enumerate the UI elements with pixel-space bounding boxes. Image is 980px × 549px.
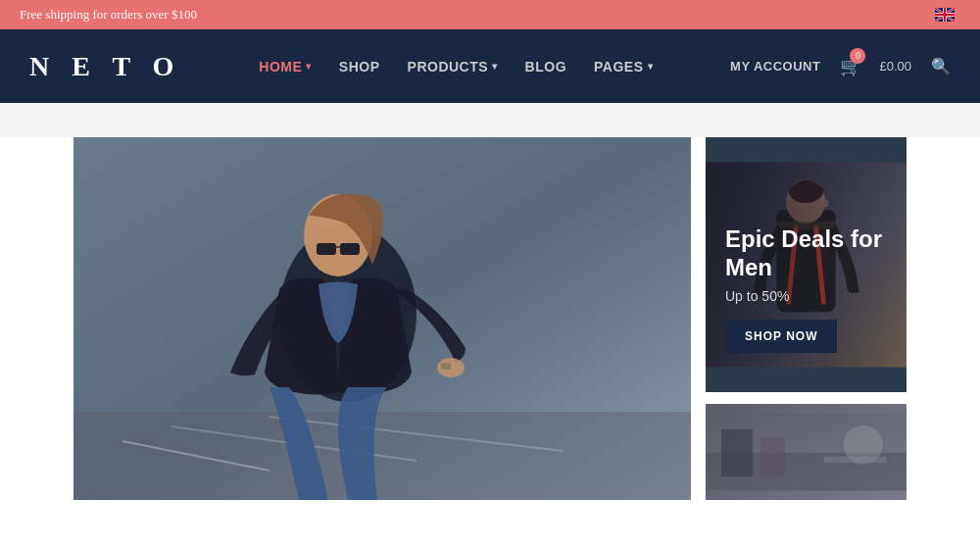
- panel-overlay: Epic Deals for Men Up to 50% SHOP NOW: [725, 225, 906, 353]
- panel-title: Epic Deals for Men: [725, 225, 906, 282]
- chevron-down-icon: ▾: [306, 61, 312, 72]
- right-panels: Epic Deals for Men Up to 50% SHOP NOW: [706, 137, 906, 500]
- hero-image-bg: [74, 137, 691, 500]
- search-icon[interactable]: 🔍: [931, 57, 951, 75]
- header: N E T O HOME ▾ SHOP PRODUCTS ▾ BLOG PAGE…: [0, 29, 980, 103]
- chevron-down-icon: ▾: [648, 61, 654, 72]
- nav-item-shop[interactable]: SHOP: [339, 59, 380, 75]
- chevron-down-icon: ▾: [492, 61, 498, 72]
- nav-item-products[interactable]: PRODUCTS ▾: [408, 59, 498, 75]
- cart-badge: 0: [850, 48, 865, 64]
- shop-now-button[interactable]: SHOP NOW: [725, 320, 837, 353]
- nav-item-blog[interactable]: BLOG: [525, 59, 566, 75]
- nav-item-pages[interactable]: PAGES ▾: [594, 59, 653, 75]
- hero-svg: [74, 137, 691, 500]
- my-account-link[interactable]: MY ACCOUNT: [730, 59, 820, 74]
- cart-price: £0.00: [879, 59, 911, 74]
- svg-rect-9: [340, 243, 360, 255]
- svg-rect-24: [760, 437, 784, 476]
- svg-rect-12: [441, 363, 451, 370]
- panel-subtitle: Up to 50%: [725, 288, 906, 304]
- hero-image: [74, 137, 691, 500]
- cart-button[interactable]: 🛒 0 £0.00: [840, 56, 911, 77]
- panel-bottom-bg: [706, 404, 906, 500]
- flag-icon: [935, 8, 955, 22]
- spacer: [0, 103, 980, 137]
- main-content: Epic Deals for Men Up to 50% SHOP NOW: [0, 137, 980, 500]
- panel-top: Epic Deals for Men Up to 50% SHOP NOW: [706, 137, 906, 392]
- svg-rect-8: [317, 243, 336, 255]
- svg-rect-26: [824, 457, 887, 463]
- main-nav: HOME ▾ SHOP PRODUCTS ▾ BLOG PAGES ▾: [259, 59, 653, 75]
- shipping-notice: Free shipping for orders over $100: [20, 7, 197, 23]
- panel-bottom[interactable]: [706, 404, 906, 500]
- svg-rect-23: [721, 429, 753, 476]
- top-bar: Free shipping for orders over $100: [0, 0, 980, 29]
- header-right: MY ACCOUNT 🛒 0 £0.00 🔍: [730, 56, 951, 77]
- language-selector[interactable]: [935, 8, 960, 22]
- logo[interactable]: N E T O: [29, 51, 181, 82]
- nav-item-home[interactable]: HOME ▾: [259, 59, 312, 75]
